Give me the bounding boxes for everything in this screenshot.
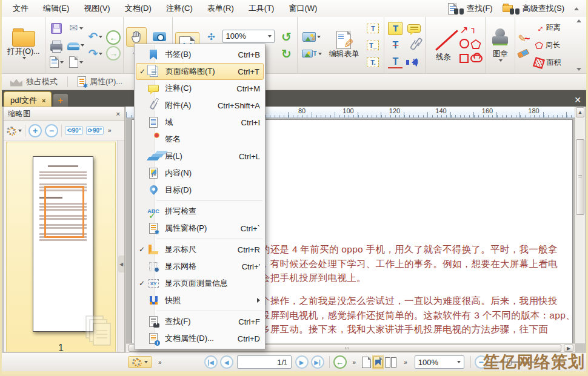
add-image-text-button[interactable]: T <box>300 46 323 62</box>
expand-icon[interactable]: » <box>353 359 355 366</box>
menu-item[interactable]: 查找(F) Ctrl+F <box>136 313 264 330</box>
menu-item[interactable]: 附件(A) Ctrl+Shift+A <box>136 97 264 114</box>
save-button[interactable] <box>48 21 65 36</box>
perimeter-tool-button[interactable]: 周长 <box>532 38 563 53</box>
menu-item[interactable]: 层(L) Ctrl+L <box>136 148 264 165</box>
cloud-tool-button[interactable] <box>470 54 483 64</box>
advanced-find-button[interactable]: 高级查找(S) <box>499 1 568 16</box>
distance-tool-button[interactable]: ↔ 距离 <box>532 20 563 36</box>
rotate-ccw-90-button[interactable]: ⟲90° <box>65 126 83 135</box>
menu-tools[interactable]: 工具(T) <box>241 1 282 16</box>
text-field-button[interactable]: T <box>364 21 381 36</box>
previous-view-button[interactable]: ← <box>333 355 347 369</box>
sound-button[interactable] <box>406 54 423 70</box>
menu-item[interactable]: ABC 拼写检查 <box>136 203 264 220</box>
previous-page-button[interactable]: ◀ <box>220 355 233 369</box>
menu-item[interactable]: ✓ 显示标尺 Ctrl+R <box>136 241 264 258</box>
open-button[interactable]: 打开(O)... <box>4 30 42 61</box>
first-page-button[interactable]: |◀ <box>204 355 218 369</box>
circle-tool-button[interactable] <box>459 39 469 50</box>
menu-item[interactable]: 文档属性(D)... Ctrl+D <box>136 330 264 347</box>
rotate-cw-90-button[interactable]: ⟳90° <box>86 126 104 135</box>
polygon-tool-button[interactable] <box>470 39 483 51</box>
highlight-text-button[interactable]: T <box>387 21 404 36</box>
menu-forms[interactable]: 表单(R) <box>200 1 241 16</box>
print-button[interactable] <box>48 38 65 53</box>
dropdown-field-button[interactable]: T. <box>364 54 381 70</box>
attach-file-button[interactable] <box>406 38 423 53</box>
last-page-button[interactable]: ▶| <box>311 355 324 369</box>
scan-button[interactable] <box>67 38 84 53</box>
go-back-button[interactable]: ← <box>106 30 121 45</box>
enlarge-thumbnails-button[interactable]: + <box>28 124 42 137</box>
thumbnails-scrollbar[interactable] <box>117 140 124 352</box>
email-button[interactable]: ✉ <box>67 21 84 36</box>
visible-area-indicator[interactable] <box>44 186 84 238</box>
menu-item[interactable]: ✓ 页面缩略图(T) Ctrl+T <box>136 63 264 80</box>
scroll-up-button[interactable]: ▲ <box>576 107 584 117</box>
statusbar-options-button[interactable] <box>128 356 152 368</box>
thumbnails-options-button[interactable] <box>7 127 22 135</box>
fit-page-button[interactable]: ✣ <box>202 29 219 45</box>
rotate-cw-button[interactable]: ↻ <box>278 46 295 62</box>
menu-item[interactable]: 显示网格 Ctrl+' <box>136 258 264 275</box>
new-tab-button[interactable]: + <box>53 94 68 107</box>
close-panel-icon[interactable]: × <box>116 110 120 117</box>
edit-form-button[interactable]: ✎ 编辑表单 <box>326 30 362 61</box>
undo-button[interactable]: ↶ <box>87 29 104 45</box>
menu-item[interactable]: 书签(B) Ctrl+B <box>136 46 264 63</box>
new-document-button[interactable] <box>67 54 84 70</box>
pencil-tool-button[interactable]: ✎ <box>518 33 530 44</box>
menu-item[interactable]: 快照 <box>136 292 264 309</box>
two-page-layout-button[interactable] <box>385 357 396 368</box>
export-button[interactable] <box>48 54 65 70</box>
more-tools-icon[interactable]: » <box>108 127 110 134</box>
fit-width-layout-button[interactable] <box>373 357 383 368</box>
edit-image-button[interactable]: ✎ <box>300 29 323 45</box>
expand-toolbar-icon[interactable] <box>576 68 581 71</box>
menu-file[interactable]: 文件 <box>5 1 36 16</box>
menu-item[interactable]: 目标(D) <box>136 182 264 199</box>
menu-edit[interactable]: 编辑(E) <box>36 1 76 16</box>
menu-item[interactable]: 属性窗格(P) Ctrl+` <box>136 220 264 237</box>
go-forward-button[interactable]: → <box>106 46 121 61</box>
page-thumbnail[interactable] <box>33 156 93 332</box>
page-number-field[interactable]: 1/1 <box>237 355 292 369</box>
menu-item[interactable]: 域 Ctrl+I <box>136 114 264 131</box>
close-document-icon[interactable]: ✕ <box>574 95 581 105</box>
underline-text-button[interactable]: T <box>387 54 404 70</box>
collapse-panel-handle[interactable]: ◀ <box>118 256 124 272</box>
square-tool-button[interactable] <box>459 54 469 65</box>
redo-button[interactable]: ↷ <box>87 46 104 62</box>
menu-item[interactable]: 内容(N) <box>136 165 264 182</box>
find-button[interactable]: 查找(F) <box>444 1 496 16</box>
menu-item[interactable]: 签名 <box>136 131 264 148</box>
strikeout-text-button[interactable]: T <box>387 38 404 53</box>
statusbar-zoom-combo[interactable]: 100% <box>415 355 464 369</box>
area-tool-button[interactable]: 面积 <box>532 55 563 71</box>
next-page-button[interactable]: ▶ <box>295 355 309 369</box>
sticky-note-button[interactable] <box>406 21 423 36</box>
properties-button[interactable]: 属性(P)... <box>73 75 127 88</box>
collapse-menubar-icon[interactable] <box>574 7 579 10</box>
menu-document[interactable]: 文档(D) <box>118 1 159 16</box>
line-tool-button[interactable]: 线条 <box>428 27 458 64</box>
vertical-scroll-thumb[interactable] <box>576 139 584 215</box>
shrink-thumbnails-button[interactable]: − <box>45 124 58 137</box>
menu-window[interactable]: 窗口(W) <box>281 1 324 16</box>
document-tab[interactable]: pdf文件 × <box>4 91 52 107</box>
expand-icon[interactable]: » <box>158 359 161 366</box>
stamp-button[interactable]: 图章 <box>488 27 512 63</box>
menu-item[interactable]: ✓ XY 显示页面测量信息 <box>136 275 264 292</box>
collapse-toolbar-icon[interactable] <box>576 19 581 22</box>
zoom-combo[interactable]: 100% <box>222 30 275 43</box>
close-tab-icon[interactable]: × <box>42 97 45 104</box>
menu-view[interactable]: 视图(V) <box>76 1 117 16</box>
single-page-layout-button[interactable] <box>362 357 371 368</box>
menu-comments[interactable]: 注释(C) <box>159 1 200 16</box>
expand-icon[interactable]: » <box>404 359 406 366</box>
exclusive-mode-button[interactable]: 独占模式 <box>5 75 62 88</box>
vertical-scrollbar[interactable]: ▲ <box>575 107 585 343</box>
polyline-tool-button[interactable]: ⌐ <box>470 26 483 36</box>
menu-item[interactable]: 注释(C) Ctrl+M <box>136 80 264 97</box>
